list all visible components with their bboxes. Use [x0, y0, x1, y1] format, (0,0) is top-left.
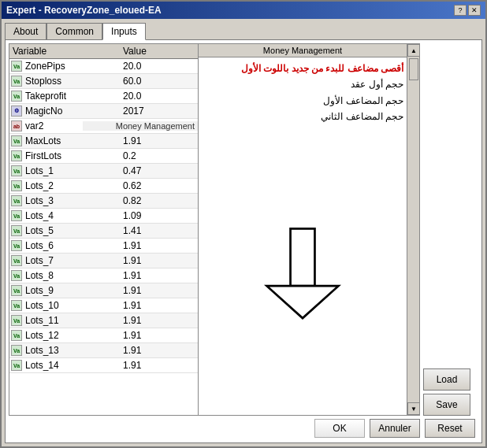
help-button[interactable]: ?: [454, 5, 467, 16]
row-value[interactable]: 1.91: [120, 270, 198, 281]
arrow-container: [199, 128, 407, 415]
row-value[interactable]: 0.82: [120, 195, 198, 206]
row-type-icon: Va: [11, 330, 22, 341]
row-value[interactable]: 0.2: [120, 150, 198, 161]
tab-inputs[interactable]: Inputs: [102, 23, 146, 40]
row-icon: Va: [9, 359, 24, 372]
table-row[interactable]: Va Lots_8 1.91: [9, 268, 198, 283]
row-icon: Va: [9, 90, 24, 102]
left-table-area: Variable Value Va ZonePips 20.0 Va Stopl…: [9, 44, 199, 415]
scroll-down-arrow[interactable]: ▼: [407, 402, 420, 415]
row-icon: Va: [9, 60, 24, 72]
row-type-icon: Va: [11, 150, 22, 161]
tab-about[interactable]: About: [5, 23, 46, 40]
inputs-area: Variable Value Va ZonePips 20.0 Va Stopl…: [9, 43, 478, 416]
row-value[interactable]: 1.91: [120, 315, 198, 326]
table-row[interactable]: ⚙ MagicNo 2017: [9, 104, 198, 119]
row-name: Lots_2: [24, 180, 120, 191]
row-name: Lots_8: [24, 270, 120, 281]
row-value[interactable]: 1.91: [120, 255, 198, 266]
row-value[interactable]: 2017: [120, 106, 198, 117]
scroll-track[interactable]: [407, 57, 419, 402]
table-row[interactable]: Va Lots_3 0.82: [9, 194, 198, 209]
row-type-icon: Va: [11, 210, 22, 221]
table-row[interactable]: Va Lots_9 1.91: [9, 283, 198, 298]
row-type-icon: Va: [11, 255, 22, 266]
row-name: Lots_9: [24, 285, 120, 296]
row-type-icon: Va: [11, 91, 22, 102]
tab-common[interactable]: Common: [46, 23, 102, 40]
row-value[interactable]: 20.0: [120, 91, 198, 102]
scroll-thumb[interactable]: [409, 58, 418, 80]
overlay-content: Variable Value Va ZonePips 20.0 Va Stopl…: [9, 44, 419, 415]
row-value[interactable]: 0.62: [120, 180, 198, 191]
row-icon: Va: [9, 165, 24, 177]
row-value[interactable]: 60.0: [120, 76, 198, 87]
row-value[interactable]: 1.91: [120, 300, 198, 311]
table-row[interactable]: Va FirstLots 0.2: [9, 149, 198, 164]
row-value[interactable]: 0.47: [120, 165, 198, 176]
table-row[interactable]: Va Lots_14 1.91: [9, 358, 198, 373]
row-value[interactable]: 1.91: [120, 240, 198, 251]
row-type-icon: Va: [11, 76, 22, 87]
scroll-up-arrow[interactable]: ▲: [407, 44, 420, 57]
table-row[interactable]: Va Lots_4 1.09: [9, 209, 198, 224]
close-button[interactable]: ✕: [468, 5, 481, 16]
scrollbar[interactable]: ▲ ▼: [407, 44, 419, 415]
row-icon: Va: [9, 254, 24, 267]
table-row[interactable]: Va Lots_5 1.41: [9, 224, 198, 239]
row-name: Lots_4: [24, 210, 120, 221]
row-icon: Va: [9, 344, 24, 357]
main-window: Expert - RecoveryZone_eloued-EA ? ✕ Abou…: [0, 0, 487, 448]
table-row[interactable]: Va Lots_11 1.91: [9, 313, 198, 328]
table-row[interactable]: Va Lots_6 1.91: [9, 239, 198, 254]
save-button[interactable]: Save: [423, 394, 470, 416]
table-row[interactable]: Va MaxLots 1.91: [9, 134, 198, 149]
row-type-icon: Va: [11, 165, 22, 176]
row-name: Stoploss: [24, 76, 120, 87]
table-row[interactable]: Va Lots_10 1.91: [9, 298, 198, 313]
arabic-line: أقصى مضاعف للبدء من جديد باللوت الأول: [202, 61, 403, 76]
table-row[interactable]: ab var2 Money Management: [9, 119, 198, 134]
title-bar: Expert - RecoveryZone_eloued-EA ? ✕: [2, 2, 485, 19]
col-variable-header: Variable: [13, 46, 123, 57]
row-section-label: Money Management: [83, 121, 198, 131]
right-side-buttons: Load Save: [423, 43, 478, 416]
table-row[interactable]: Va Takeprofit 20.0: [9, 89, 198, 104]
row-icon: Va: [9, 269, 24, 282]
row-name: Lots_3: [24, 195, 120, 206]
content-area: Variable Value Va ZonePips 20.0 Va Stopl…: [9, 43, 420, 416]
arabic-lines: أقصى مضاعف للبدء من جديد باللوت الأولحجم…: [199, 57, 407, 128]
row-value[interactable]: 1.41: [120, 225, 198, 236]
money-mgmt-header: Money Management: [199, 44, 407, 57]
table-row[interactable]: Va Lots_13 1.91: [9, 343, 198, 358]
annuler-button[interactable]: Annuler: [370, 419, 420, 438]
reset-button[interactable]: Reset: [425, 419, 475, 438]
ok-button[interactable]: OK: [314, 419, 365, 438]
row-name: Lots_5: [24, 225, 120, 236]
row-value[interactable]: 1.91: [120, 285, 198, 296]
row-type-icon: Va: [11, 195, 22, 206]
table-row[interactable]: Va Lots_7 1.91: [9, 254, 198, 268]
table-row[interactable]: Va ZonePips 20.0: [9, 59, 198, 74]
row-type-icon: Va: [11, 285, 22, 296]
row-value[interactable]: 1.09: [120, 210, 198, 221]
load-button[interactable]: Load: [423, 368, 470, 391]
row-type-icon: Va: [11, 61, 22, 72]
row-value[interactable]: 1.91: [120, 345, 198, 356]
row-value[interactable]: 1.91: [120, 330, 198, 341]
window-title: Expert - RecoveryZone_eloued-EA: [6, 5, 162, 16]
row-type-icon: Va: [11, 180, 22, 191]
tab-content-inputs: Variable Value Va ZonePips 20.0 Va Stopl…: [5, 39, 482, 443]
row-icon: Va: [9, 180, 24, 192]
row-value[interactable]: 1.91: [120, 135, 198, 146]
row-value[interactable]: 1.91: [120, 360, 198, 371]
row-name: MagicNo: [24, 106, 120, 117]
table-row[interactable]: Va Lots_2 0.62: [9, 179, 198, 194]
col-value-header: Value: [123, 46, 195, 57]
table-row[interactable]: Va Lots_1 0.47: [9, 164, 198, 179]
table-row[interactable]: Va Stoploss 60.0: [9, 74, 198, 89]
table-row[interactable]: Va Lots_12 1.91: [9, 328, 198, 343]
svg-rect-0: [291, 228, 315, 286]
row-value[interactable]: 20.0: [120, 61, 198, 72]
